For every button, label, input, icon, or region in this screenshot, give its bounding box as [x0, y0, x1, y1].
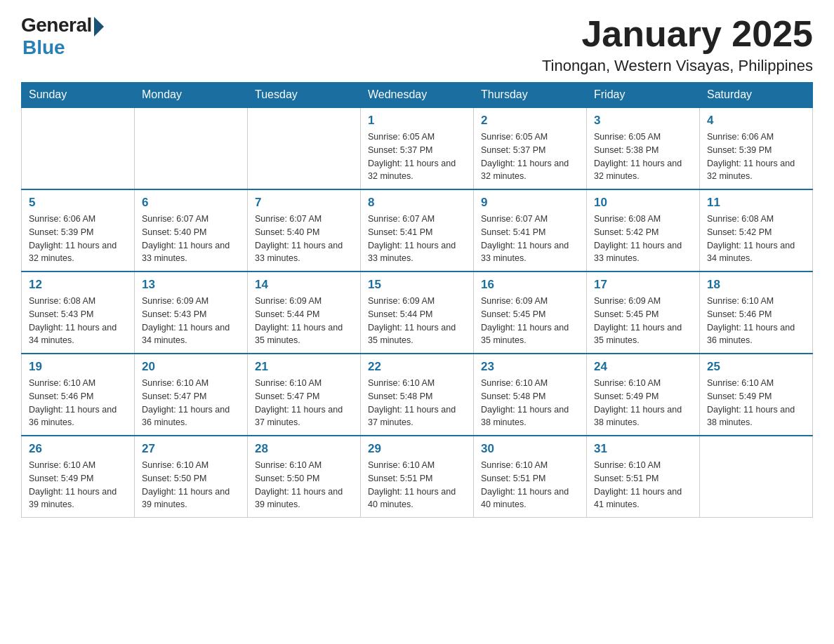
week-row: 26Sunrise: 6:10 AMSunset: 5:49 PMDayligh… [22, 436, 813, 518]
calendar-cell: 23Sunrise: 6:10 AMSunset: 5:48 PMDayligh… [474, 354, 587, 436]
logo-general-text: General [21, 14, 92, 36]
day-number: 11 [707, 196, 805, 210]
day-number: 30 [481, 442, 579, 456]
day-info: Sunrise: 6:10 AMSunset: 5:47 PMDaylight:… [142, 377, 240, 429]
calendar-cell: 15Sunrise: 6:09 AMSunset: 5:44 PMDayligh… [361, 271, 474, 354]
day-of-week-header: Saturday [700, 83, 813, 108]
day-info: Sunrise: 6:10 AMSunset: 5:48 PMDaylight:… [368, 377, 466, 429]
day-number: 31 [594, 442, 692, 456]
day-info: Sunrise: 6:09 AMSunset: 5:44 PMDaylight:… [368, 295, 466, 347]
calendar-cell [700, 436, 813, 518]
day-info: Sunrise: 6:10 AMSunset: 5:49 PMDaylight:… [707, 377, 805, 429]
calendar-cell: 4Sunrise: 6:06 AMSunset: 5:39 PMDaylight… [700, 107, 813, 189]
location-title: Tinongan, Western Visayas, Philippines [542, 57, 813, 75]
calendar-cell: 7Sunrise: 6:07 AMSunset: 5:40 PMDaylight… [248, 189, 361, 271]
calendar-cell: 16Sunrise: 6:09 AMSunset: 5:45 PMDayligh… [474, 271, 587, 354]
day-info: Sunrise: 6:07 AMSunset: 5:40 PMDaylight:… [255, 213, 353, 265]
day-number: 17 [594, 278, 692, 292]
calendar-cell [135, 107, 248, 189]
day-number: 29 [368, 442, 466, 456]
day-info: Sunrise: 6:10 AMSunset: 5:49 PMDaylight:… [594, 377, 692, 429]
calendar-cell: 10Sunrise: 6:08 AMSunset: 5:42 PMDayligh… [587, 189, 700, 271]
calendar-cell: 3Sunrise: 6:05 AMSunset: 5:38 PMDaylight… [587, 107, 700, 189]
day-info: Sunrise: 6:09 AMSunset: 5:45 PMDaylight:… [481, 295, 579, 347]
day-number: 25 [707, 360, 805, 374]
day-number: 28 [255, 442, 353, 456]
title-section: January 2025 Tinongan, Western Visayas, … [542, 14, 813, 75]
day-info: Sunrise: 6:10 AMSunset: 5:49 PMDaylight:… [29, 459, 127, 511]
calendar-cell: 31Sunrise: 6:10 AMSunset: 5:51 PMDayligh… [587, 436, 700, 518]
day-info: Sunrise: 6:10 AMSunset: 5:51 PMDaylight:… [481, 459, 579, 511]
day-info: Sunrise: 6:08 AMSunset: 5:42 PMDaylight:… [594, 213, 692, 265]
calendar-cell: 13Sunrise: 6:09 AMSunset: 5:43 PMDayligh… [135, 271, 248, 354]
calendar-cell: 12Sunrise: 6:08 AMSunset: 5:43 PMDayligh… [22, 271, 135, 354]
day-number: 15 [368, 278, 466, 292]
day-number: 5 [29, 196, 127, 210]
week-row: 5Sunrise: 6:06 AMSunset: 5:39 PMDaylight… [22, 189, 813, 271]
calendar-cell: 18Sunrise: 6:10 AMSunset: 5:46 PMDayligh… [700, 271, 813, 354]
day-info: Sunrise: 6:10 AMSunset: 5:51 PMDaylight:… [368, 459, 466, 511]
day-number: 4 [707, 114, 805, 128]
calendar-cell: 5Sunrise: 6:06 AMSunset: 5:39 PMDaylight… [22, 189, 135, 271]
day-info: Sunrise: 6:07 AMSunset: 5:40 PMDaylight:… [142, 213, 240, 265]
day-info: Sunrise: 6:10 AMSunset: 5:46 PMDaylight:… [707, 295, 805, 347]
calendar-cell: 19Sunrise: 6:10 AMSunset: 5:46 PMDayligh… [22, 354, 135, 436]
calendar-cell [22, 107, 135, 189]
day-info: Sunrise: 6:07 AMSunset: 5:41 PMDaylight:… [368, 213, 466, 265]
calendar-cell: 21Sunrise: 6:10 AMSunset: 5:47 PMDayligh… [248, 354, 361, 436]
calendar-cell [248, 107, 361, 189]
day-number: 6 [142, 196, 240, 210]
calendar-cell: 26Sunrise: 6:10 AMSunset: 5:49 PMDayligh… [22, 436, 135, 518]
day-info: Sunrise: 6:05 AMSunset: 5:37 PMDaylight:… [368, 130, 466, 183]
day-of-week-header: Wednesday [361, 83, 474, 108]
day-info: Sunrise: 6:10 AMSunset: 5:50 PMDaylight:… [255, 459, 353, 511]
day-info: Sunrise: 6:10 AMSunset: 5:50 PMDaylight:… [142, 459, 240, 511]
day-number: 9 [481, 196, 579, 210]
day-number: 24 [594, 360, 692, 374]
day-info: Sunrise: 6:09 AMSunset: 5:43 PMDaylight:… [142, 295, 240, 347]
day-info: Sunrise: 6:10 AMSunset: 5:46 PMDaylight:… [29, 377, 127, 429]
calendar-cell: 29Sunrise: 6:10 AMSunset: 5:51 PMDayligh… [361, 436, 474, 518]
day-number: 2 [481, 114, 579, 128]
day-info: Sunrise: 6:09 AMSunset: 5:44 PMDaylight:… [255, 295, 353, 347]
week-row: 12Sunrise: 6:08 AMSunset: 5:43 PMDayligh… [22, 271, 813, 354]
day-number: 12 [29, 278, 127, 292]
day-number: 8 [368, 196, 466, 210]
calendar-cell: 8Sunrise: 6:07 AMSunset: 5:41 PMDaylight… [361, 189, 474, 271]
day-info: Sunrise: 6:10 AMSunset: 5:47 PMDaylight:… [255, 377, 353, 429]
calendar-cell: 11Sunrise: 6:08 AMSunset: 5:42 PMDayligh… [700, 189, 813, 271]
day-info: Sunrise: 6:06 AMSunset: 5:39 PMDaylight:… [29, 213, 127, 265]
day-number: 13 [142, 278, 240, 292]
day-number: 10 [594, 196, 692, 210]
calendar-cell: 20Sunrise: 6:10 AMSunset: 5:47 PMDayligh… [135, 354, 248, 436]
day-of-week-header: Friday [587, 83, 700, 108]
calendar-cell: 24Sunrise: 6:10 AMSunset: 5:49 PMDayligh… [587, 354, 700, 436]
day-number: 23 [481, 360, 579, 374]
calendar-header-row: SundayMondayTuesdayWednesdayThursdayFrid… [22, 83, 813, 108]
day-number: 14 [255, 278, 353, 292]
day-number: 21 [255, 360, 353, 374]
day-number: 26 [29, 442, 127, 456]
calendar-cell: 27Sunrise: 6:10 AMSunset: 5:50 PMDayligh… [135, 436, 248, 518]
logo-blue-text: Blue [22, 36, 65, 59]
day-info: Sunrise: 6:05 AMSunset: 5:37 PMDaylight:… [481, 130, 579, 183]
day-of-week-header: Sunday [22, 83, 135, 108]
day-of-week-header: Thursday [474, 83, 587, 108]
day-info: Sunrise: 6:06 AMSunset: 5:39 PMDaylight:… [707, 130, 805, 183]
day-info: Sunrise: 6:08 AMSunset: 5:43 PMDaylight:… [29, 295, 127, 347]
calendar-cell: 1Sunrise: 6:05 AMSunset: 5:37 PMDaylight… [361, 107, 474, 189]
calendar-table: SundayMondayTuesdayWednesdayThursdayFrid… [21, 82, 813, 518]
day-info: Sunrise: 6:10 AMSunset: 5:48 PMDaylight:… [481, 377, 579, 429]
month-title: January 2025 [542, 14, 813, 54]
calendar-cell: 30Sunrise: 6:10 AMSunset: 5:51 PMDayligh… [474, 436, 587, 518]
day-of-week-header: Monday [135, 83, 248, 108]
day-number: 7 [255, 196, 353, 210]
day-number: 18 [707, 278, 805, 292]
calendar-cell: 14Sunrise: 6:09 AMSunset: 5:44 PMDayligh… [248, 271, 361, 354]
calendar-cell: 2Sunrise: 6:05 AMSunset: 5:37 PMDaylight… [474, 107, 587, 189]
calendar-cell: 28Sunrise: 6:10 AMSunset: 5:50 PMDayligh… [248, 436, 361, 518]
day-info: Sunrise: 6:08 AMSunset: 5:42 PMDaylight:… [707, 213, 805, 265]
calendar-cell: 9Sunrise: 6:07 AMSunset: 5:41 PMDaylight… [474, 189, 587, 271]
day-number: 22 [368, 360, 466, 374]
calendar-cell: 25Sunrise: 6:10 AMSunset: 5:49 PMDayligh… [700, 354, 813, 436]
